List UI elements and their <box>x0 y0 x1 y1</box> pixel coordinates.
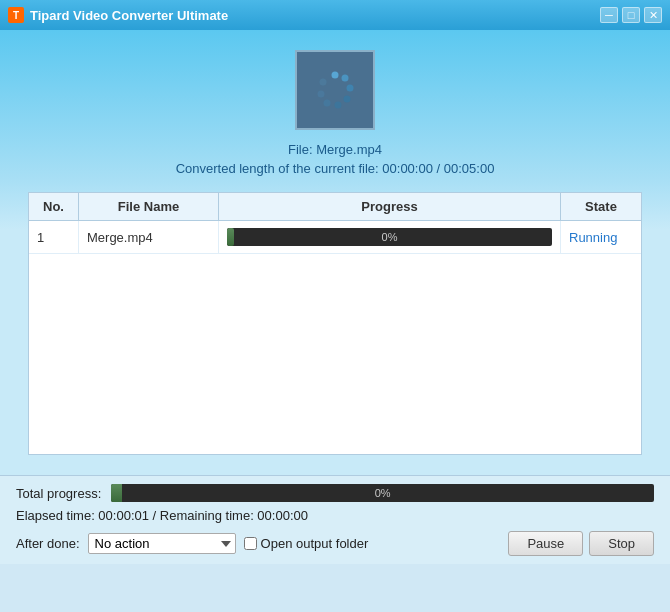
total-progress-text: 0% <box>375 487 391 499</box>
row-progress: 0% <box>219 221 561 253</box>
progress-bar: 0% <box>227 228 552 246</box>
title-bar: T Tipard Video Converter Ultimate ─ □ ✕ <box>0 0 670 30</box>
after-done-label: After done: <box>16 536 80 551</box>
svg-point-3 <box>344 96 351 103</box>
svg-point-5 <box>324 100 331 107</box>
total-progress-bar: 0% <box>111 484 654 502</box>
title-bar-controls: ─ □ ✕ <box>600 7 662 23</box>
svg-point-2 <box>347 85 354 92</box>
title-bar-left: T Tipard Video Converter Ultimate <box>8 7 228 23</box>
after-done-select[interactable]: No action Exit application Shut down com… <box>88 533 236 554</box>
preview-box <box>295 50 375 130</box>
open-folder-label: Open output folder <box>261 536 369 551</box>
svg-point-7 <box>320 79 327 86</box>
row-state: Running <box>561 221 641 253</box>
row-no: 1 <box>29 221 79 253</box>
col-progress: Progress <box>219 193 561 220</box>
spinner-icon <box>310 65 360 115</box>
converted-info: Converted length of the current file: 00… <box>20 161 650 176</box>
col-no: No. <box>29 193 79 220</box>
total-progress-row: Total progress: 0% <box>16 484 654 502</box>
total-progress-label: Total progress: <box>16 486 101 501</box>
close-button[interactable]: ✕ <box>644 7 662 23</box>
row-filename: Merge.mp4 <box>79 221 219 253</box>
table-row: 1 Merge.mp4 0% Running <box>29 221 641 254</box>
progress-text: 0% <box>382 231 398 243</box>
action-buttons: Pause Stop <box>508 531 654 556</box>
svg-point-6 <box>318 91 325 98</box>
window-title: Tipard Video Converter Ultimate <box>30 8 228 23</box>
open-folder-checkbox-area: Open output folder <box>244 536 369 551</box>
minimize-button[interactable]: ─ <box>600 7 618 23</box>
table-empty-space <box>29 254 641 454</box>
table-header: No. File Name Progress State <box>29 193 641 221</box>
svg-point-1 <box>342 75 349 82</box>
file-info: File: Merge.mp4 <box>20 142 650 157</box>
app-icon: T <box>8 7 24 23</box>
col-state: State <box>561 193 641 220</box>
progress-fill <box>227 228 234 246</box>
file-table: No. File Name Progress State 1 Merge.mp4… <box>28 192 642 455</box>
after-done-row: After done: No action Exit application S… <box>16 531 654 556</box>
pause-button[interactable]: Pause <box>508 531 583 556</box>
open-folder-checkbox[interactable] <box>244 537 257 550</box>
col-filename: File Name <box>79 193 219 220</box>
svg-point-0 <box>332 72 339 79</box>
main-area: File: Merge.mp4 Converted length of the … <box>0 30 670 475</box>
stop-button[interactable]: Stop <box>589 531 654 556</box>
svg-point-4 <box>335 102 342 109</box>
bottom-area: Total progress: 0% Elapsed time: 00:00:0… <box>0 475 670 564</box>
elapsed-row: Elapsed time: 00:00:01 / Remaining time:… <box>16 508 654 523</box>
maximize-button[interactable]: □ <box>622 7 640 23</box>
total-progress-fill <box>111 484 122 502</box>
